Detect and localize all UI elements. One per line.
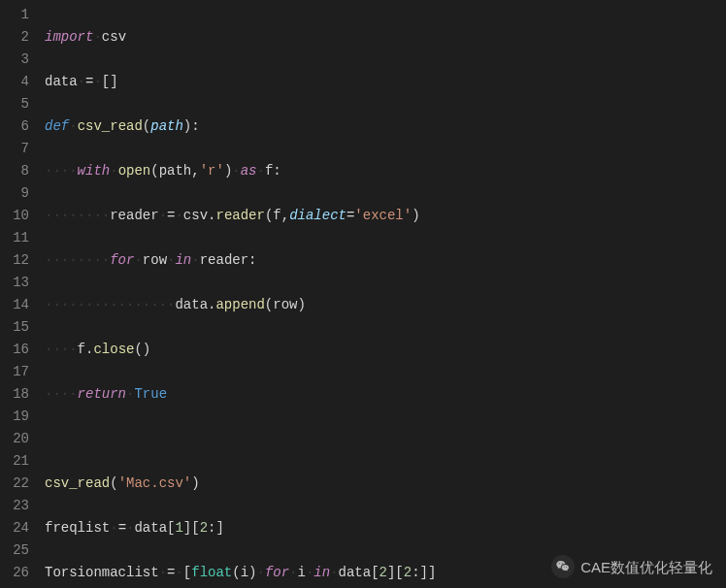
- line-number: 5: [12, 93, 29, 115]
- code-line[interactable]: ····return·True: [45, 383, 726, 406]
- code-line[interactable]: ················data.append(row): [45, 294, 726, 316]
- code-editor[interactable]: 1 2 3 4 5 6 7 8 9 10 11 12 13 14 15 16 1…: [0, 0, 726, 588]
- line-number: 23: [12, 495, 29, 517]
- line-number: 8: [12, 160, 29, 182]
- code-line[interactable]: ········for·row·in·reader:: [45, 249, 726, 272]
- line-number: 19: [12, 406, 29, 428]
- line-number: 6: [12, 115, 29, 138]
- line-number: 24: [12, 517, 29, 539]
- code-line[interactable]: ····with·open(path,'r')·as·f:: [45, 160, 726, 182]
- code-line[interactable]: def·csv_read(path):: [45, 115, 726, 138]
- line-number: 26: [12, 562, 29, 584]
- line-number: 16: [12, 339, 29, 361]
- line-number: 15: [12, 316, 29, 339]
- line-number: 3: [12, 49, 29, 71]
- line-number: 22: [12, 473, 29, 495]
- line-number: 21: [12, 450, 29, 473]
- line-number: 18: [12, 383, 29, 406]
- line-number: 20: [12, 428, 29, 450]
- line-number: 10: [12, 205, 29, 227]
- line-number: 2: [12, 26, 29, 49]
- line-number: 13: [12, 272, 29, 294]
- line-number: 14: [12, 294, 29, 316]
- line-number: 12: [12, 249, 29, 272]
- code-line[interactable]: csv_read('Mac.csv'): [45, 473, 726, 495]
- code-line[interactable]: data·=·[]: [45, 71, 726, 93]
- code-line[interactable]: import·csv: [45, 26, 726, 49]
- line-number: 25: [12, 539, 29, 562]
- code-line[interactable]: ····f.close(): [45, 339, 726, 361]
- line-number: 4: [12, 71, 29, 93]
- code-line[interactable]: Torsionmaclist·=·[float(i)·for·i·in·data…: [45, 562, 726, 584]
- line-number-gutter: 1 2 3 4 5 6 7 8 9 10 11 12 13 14 15 16 1…: [0, 0, 37, 588]
- line-number: 9: [12, 182, 29, 205]
- code-line[interactable]: ········reader·=·csv.reader(f,dialect='e…: [45, 205, 726, 227]
- code-line[interactable]: [45, 428, 726, 450]
- line-number: 11: [12, 227, 29, 249]
- code-area[interactable]: import·csv data·=·[] def·csv_read(path):…: [37, 0, 726, 588]
- code-line[interactable]: freqlist·=·data[1][2:]: [45, 517, 726, 539]
- line-number: 7: [12, 138, 29, 160]
- line-number: 1: [12, 4, 29, 26]
- line-number: 17: [12, 361, 29, 383]
